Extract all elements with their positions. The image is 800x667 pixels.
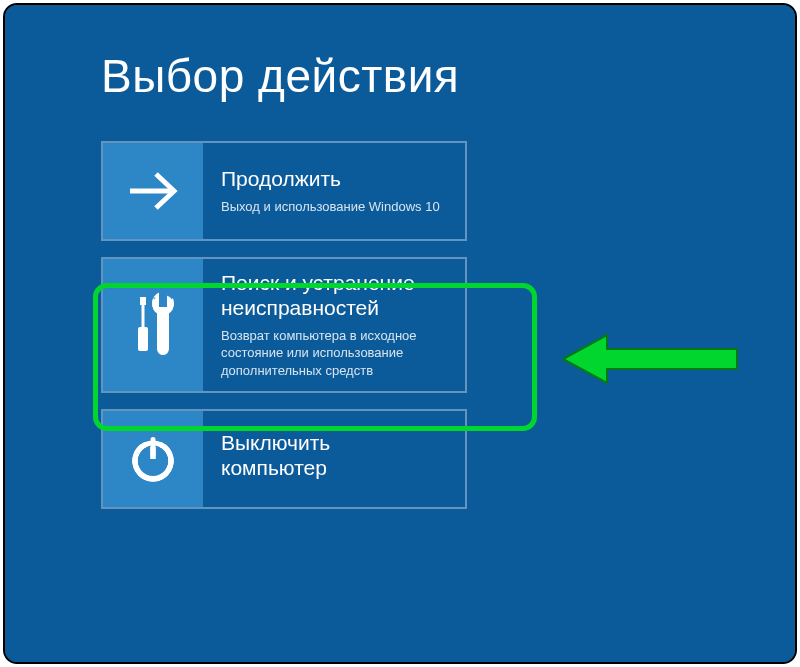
option-troubleshoot-text: Поиск и устранение неисправностей Возвра… (203, 259, 465, 391)
screenshot-frame: Выбор действия Продолжить Выход и исполь… (3, 3, 797, 664)
option-continue-title: Продолжить (221, 167, 440, 192)
option-poweroff-text: Выключить компьютер (203, 411, 405, 507)
option-poweroff[interactable]: Выключить компьютер (101, 409, 467, 509)
arrow-right-icon (103, 143, 203, 239)
option-poweroff-title: Выключить компьютер (221, 431, 391, 481)
option-troubleshoot-title: Поиск и устранение неисправностей (221, 271, 451, 321)
svg-rect-2 (142, 305, 145, 327)
svg-rect-13 (151, 437, 156, 457)
winre-choose-option-screen: Выбор действия Продолжить Выход и исполь… (5, 5, 795, 662)
option-continue[interactable]: Продолжить Выход и использование Windows… (101, 141, 467, 241)
svg-rect-3 (138, 327, 148, 351)
tools-icon (103, 259, 203, 391)
option-troubleshoot[interactable]: Поиск и устранение неисправностей Возвра… (101, 257, 467, 393)
option-continue-text: Продолжить Выход и использование Windows… (203, 143, 454, 239)
option-troubleshoot-desc: Возврат компьютера в исходное состояние … (221, 327, 451, 380)
svg-rect-1 (140, 297, 146, 305)
option-continue-desc: Выход и использование Windows 10 (221, 198, 440, 216)
options-list: Продолжить Выход и использование Windows… (101, 141, 795, 509)
page-title: Выбор действия (101, 49, 795, 103)
svg-rect-6 (159, 292, 167, 307)
power-icon (103, 411, 203, 507)
